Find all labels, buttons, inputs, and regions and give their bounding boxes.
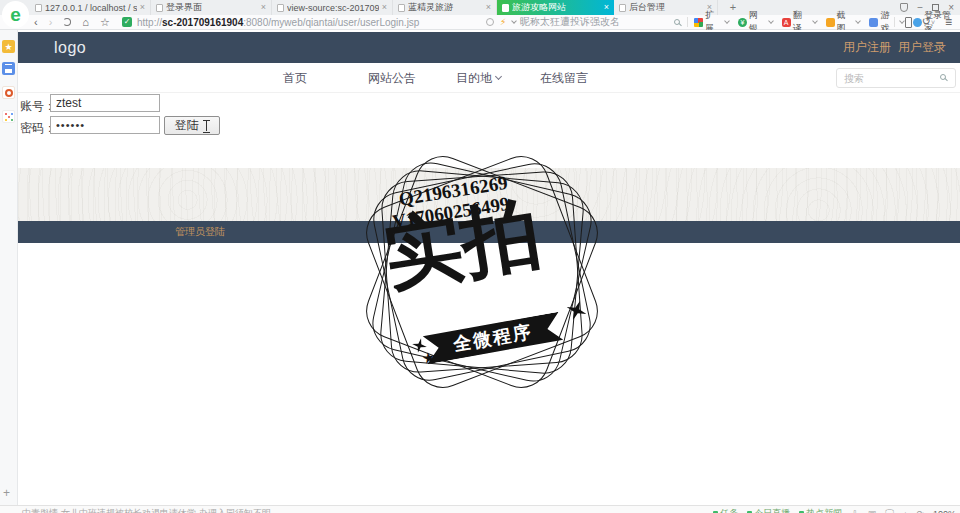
- home-icon[interactable]: ⌂: [82, 17, 89, 28]
- user-login-link[interactable]: 用户登录: [898, 32, 946, 63]
- nav-home[interactable]: 首页: [283, 63, 307, 93]
- download-icon[interactable]: ⇩: [851, 509, 859, 513]
- page-favicon: [156, 4, 163, 12]
- search-icon[interactable]: [940, 74, 946, 80]
- tab-title: view-source:sc-201709161904: [287, 3, 379, 13]
- divider: [894, 17, 895, 27]
- mute-icon[interactable]: ♪: [903, 509, 908, 513]
- tab-title: 蓝精灵旅游: [408, 1, 483, 14]
- nav-destinations[interactable]: 目的地: [456, 63, 501, 93]
- site-logo: logo: [54, 32, 86, 63]
- tab-close-icon[interactable]: ×: [382, 3, 387, 12]
- gamepad-icon: [869, 18, 878, 27]
- topo-pattern-band: [18, 168, 960, 221]
- favorite-star-icon[interactable]: ☆: [100, 17, 110, 28]
- weibo-icon[interactable]: [2, 86, 15, 99]
- nav-announcements[interactable]: 网站公告: [368, 63, 416, 93]
- browser-toolbar: ‹ › ⌂ ☆ ✓ http://sc-201709161904:8080/my…: [0, 15, 960, 30]
- user-register-link[interactable]: 用户注册: [843, 32, 891, 63]
- back-icon[interactable]: ‹: [34, 17, 38, 28]
- chevron-down-icon: [724, 18, 730, 24]
- tab-close-icon[interactable]: ×: [486, 3, 491, 12]
- search-icon[interactable]: [674, 19, 680, 25]
- nav-message-board[interactable]: 在线留言: [540, 63, 588, 93]
- browser-status-bar: 中青舆情·女儿中班违规被校长劝退申请休学·办理入园须知不明 任务 今日直播 热点…: [0, 505, 960, 513]
- clipboard-icon[interactable]: ▣: [868, 509, 877, 513]
- text-cursor-icon: [203, 120, 210, 131]
- extensions-grid-icon: [694, 18, 703, 27]
- page-favicon: [277, 4, 284, 12]
- tab-title: 后台管理: [629, 1, 704, 14]
- status-tasks-button[interactable]: 任务: [713, 507, 738, 513]
- site-search-box[interactable]: [836, 68, 956, 88]
- page-favicon: [619, 4, 626, 12]
- site-nav: 首页 网站公告 目的地 在线留言: [18, 63, 960, 93]
- five-point-star-icon: ★: [421, 349, 437, 366]
- tab-close-icon[interactable]: ×: [604, 3, 609, 12]
- browser-logo[interactable]: e: [2, 1, 29, 28]
- chevron-down-icon: [768, 18, 774, 24]
- tab-title: 旅游攻略网站: [512, 1, 601, 14]
- divider: [687, 17, 688, 27]
- watermark-ribbon: 全微程序: [422, 312, 563, 364]
- address-bar[interactable]: http://sc-201709161904:8080/myweb/qianta…: [137, 17, 419, 28]
- search-hint[interactable]: 昵称太狂遭投诉强改名: [520, 15, 620, 29]
- page-favicon: [398, 4, 405, 12]
- favorites-star-icon[interactable]: ★: [2, 40, 15, 53]
- status-live-button[interactable]: 今日直播: [747, 507, 790, 513]
- forward-icon[interactable]: ›: [49, 17, 53, 28]
- phone-sync-icon[interactable]: [905, 17, 912, 28]
- tab-close-icon[interactable]: ×: [140, 3, 145, 12]
- app-grid-icon[interactable]: [2, 110, 15, 123]
- tab-login-ui[interactable]: 登录界面 ×: [151, 0, 272, 15]
- address-dropdown-icon[interactable]: [511, 18, 517, 24]
- speed-mode-icon[interactable]: ⚡: [500, 17, 506, 27]
- tab-view-source[interactable]: view-source:sc-201709161904 ×: [272, 0, 393, 15]
- page-favicon: [35, 4, 42, 12]
- display-icon[interactable]: 🖵: [885, 508, 894, 513]
- refresh-icon[interactable]: [63, 18, 71, 26]
- chevron-down-icon: [856, 18, 862, 24]
- tab-smurf-travel[interactable]: 蓝精灵旅游 ×: [393, 0, 497, 15]
- four-point-star-icon: [411, 337, 429, 355]
- tab-title: 登录界面: [166, 1, 258, 14]
- news-ticker[interactable]: 中青舆情·女儿中班违规被校长劝退申请休学·办理入园须知不明: [22, 507, 271, 513]
- translate-icon: A: [782, 18, 791, 27]
- screenshot-icon: [826, 18, 835, 27]
- undo-closed-tab-icon[interactable]: ↺˅: [922, 16, 935, 28]
- tab-phpmyadmin[interactable]: 127.0.0.1 / localhost / sshlvyo ×: [30, 0, 151, 15]
- status-hot-news-button[interactable]: 热点新闻: [799, 507, 842, 513]
- browser-logo-letter: e: [10, 5, 21, 24]
- site-search-input[interactable]: [844, 71, 939, 86]
- sync-icon[interactable]: ⟳: [916, 509, 924, 513]
- zoom-level[interactable]: 100%: [933, 509, 956, 513]
- tab-close-icon[interactable]: ×: [261, 3, 266, 12]
- page-viewport: logo 用户注册 用户登录 首页 网站公告 目的地 在线留言 账号： 密码： …: [18, 30, 960, 505]
- account-field[interactable]: [50, 94, 160, 112]
- login-button[interactable]: 登陆: [164, 116, 220, 135]
- page-favicon: [502, 4, 509, 12]
- tab-title: 127.0.0.1 / localhost / sshlvyo: [45, 3, 137, 13]
- reading-list-icon[interactable]: [2, 62, 15, 75]
- password-field[interactable]: [50, 116, 160, 134]
- add-sidebar-app-button[interactable]: +: [3, 487, 10, 499]
- admin-login-link[interactable]: 管理员登陆: [175, 221, 225, 243]
- chevron-down-icon: [812, 18, 818, 24]
- chevron-down-icon: [495, 73, 502, 80]
- site-safety-shield-icon[interactable]: ✓: [122, 17, 132, 27]
- browser-side-panel: ★ +: [0, 30, 18, 505]
- bank-icon: ¥: [738, 18, 747, 27]
- footer-band: 管理员登陆: [18, 221, 960, 243]
- site-header: logo 用户注册 用户登录: [18, 32, 960, 63]
- four-point-star-icon: [563, 297, 590, 324]
- ad-filter-icon[interactable]: [486, 18, 494, 26]
- tab-travel-guide-active[interactable]: 旅游攻略网站 ×: [497, 0, 614, 15]
- menu-icon[interactable]: ≡: [945, 16, 952, 28]
